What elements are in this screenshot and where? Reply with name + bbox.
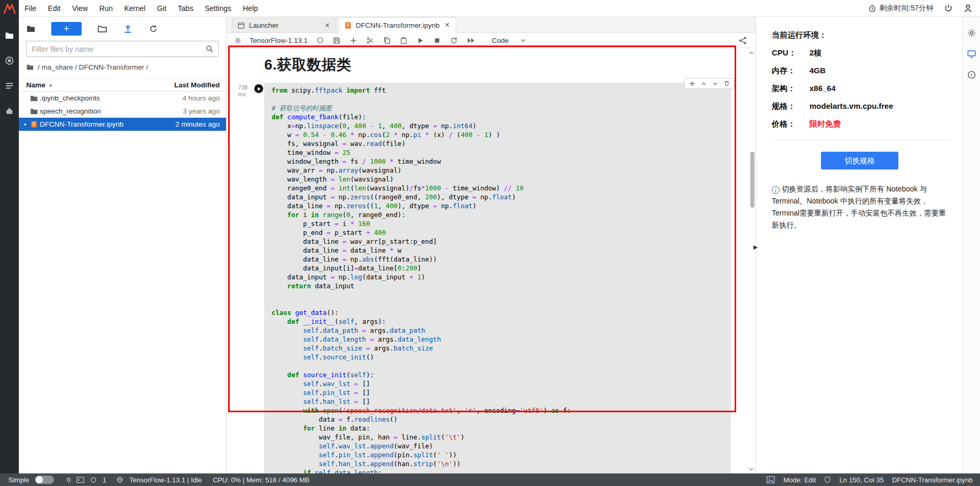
code-line: data_line = np.abs(fft(data_line)) bbox=[272, 255, 726, 264]
spec-value: 2核 bbox=[809, 48, 821, 58]
file-list: .ipynb_checkpoints4 hours agospeech_reco… bbox=[19, 92, 226, 131]
stop-kernel-icon[interactable] bbox=[433, 37, 441, 44]
file-browser-icon[interactable] bbox=[5, 31, 14, 40]
menu-file[interactable]: File bbox=[19, 0, 42, 17]
kernel-status-text[interactable]: TensorFlow-1.13.1 | Idle bbox=[129, 476, 202, 484]
code-line: for line in data: bbox=[272, 424, 726, 433]
menu-settings[interactable]: Settings bbox=[199, 0, 237, 17]
insert-cell-icon[interactable] bbox=[689, 81, 695, 87]
code-line: # 获取信号的时频图 bbox=[272, 104, 726, 112]
power-icon[interactable] bbox=[944, 4, 953, 13]
code-line: data_input = np.zeros((range0_end, 200),… bbox=[272, 193, 726, 201]
panel-collapse-handle[interactable]: ▶ bbox=[752, 240, 759, 254]
extensions-icon[interactable] bbox=[5, 106, 14, 116]
cell-type-value: Code bbox=[492, 37, 509, 44]
remaining-time-label: 剩余时间:57分钟 bbox=[880, 4, 933, 13]
spec-row: 规格：modelarts.vm.cpu.free bbox=[772, 101, 948, 111]
statusbar-right: Mode: Edit Ln 150, Col 35 DFCNN-Transfor… bbox=[767, 476, 980, 484]
copy-cells-icon[interactable] bbox=[383, 37, 391, 44]
code-line: if self.data_length: bbox=[272, 468, 726, 473]
file-modified: 2 minutes ago bbox=[175, 120, 220, 128]
help-circle-icon[interactable] bbox=[967, 70, 976, 80]
new-folder-icon[interactable] bbox=[97, 24, 107, 34]
file-browser-panel: + / ma_share / DFCNN-Transformer / Name … bbox=[19, 17, 227, 473]
image-icon[interactable] bbox=[767, 476, 775, 483]
new-launcher-button[interactable]: + bbox=[51, 22, 82, 36]
notebook-content: 6.获取数据类 738 ms from scipy.fftpack import… bbox=[227, 49, 756, 473]
code-line: with open('speech_recognition/data.txt',… bbox=[272, 406, 726, 415]
file-browser-toolbar: + bbox=[19, 17, 226, 40]
code-line: self.source_init() bbox=[272, 353, 726, 361]
run-cell-button[interactable] bbox=[254, 84, 263, 93]
save-icon[interactable] bbox=[333, 37, 341, 44]
sort-asc-icon[interactable]: ▲ bbox=[49, 83, 53, 87]
notebook-file-icon bbox=[28, 120, 40, 128]
menu-kernel[interactable]: Kernel bbox=[118, 0, 151, 17]
filter-files-input[interactable] bbox=[26, 41, 219, 57]
simple-mode-toggle[interactable] bbox=[35, 476, 54, 484]
menu-help[interactable]: Help bbox=[237, 0, 264, 17]
cell-type-dropdown[interactable]: Code bbox=[492, 37, 526, 44]
share-icon[interactable] bbox=[738, 36, 747, 45]
switch-spec-button[interactable]: 切换规格 bbox=[821, 152, 898, 169]
paste-cells-icon[interactable] bbox=[400, 37, 408, 44]
kernel-name[interactable]: TensorFlow-1.13.1 bbox=[250, 37, 308, 44]
scroll-up-icon[interactable] bbox=[748, 50, 754, 55]
tab-launcher[interactable]: Launcher× bbox=[232, 18, 336, 32]
menu-git[interactable]: Git bbox=[151, 0, 172, 17]
run-cell-icon[interactable] bbox=[416, 37, 424, 44]
menu-edit[interactable]: Edit bbox=[42, 0, 66, 17]
user-icon[interactable] bbox=[963, 4, 973, 13]
menu-tabs[interactable]: Tabs bbox=[172, 0, 199, 17]
move-cell-down-icon[interactable] bbox=[712, 81, 718, 87]
spec-row: CPU：2核 bbox=[772, 48, 948, 58]
code-line bbox=[272, 361, 726, 370]
settings-gear-icon[interactable] bbox=[967, 28, 976, 38]
code-line: def source_init(self): bbox=[272, 370, 726, 379]
code-line: self.pin_lst = [] bbox=[272, 388, 726, 397]
cell-toolbar bbox=[684, 78, 735, 89]
scrollbar-thumb[interactable] bbox=[750, 152, 754, 208]
close-icon[interactable]: × bbox=[444, 21, 450, 29]
restart-run-all-icon[interactable] bbox=[467, 37, 476, 44]
file-modified: 3 years ago bbox=[183, 107, 220, 115]
restart-kernel-icon[interactable] bbox=[450, 37, 458, 44]
file-row-.ipynb_checkpoints[interactable]: .ipynb_checkpoints4 hours ago bbox=[19, 92, 226, 105]
menu-view[interactable]: View bbox=[66, 0, 94, 17]
refresh-icon[interactable] bbox=[149, 24, 158, 33]
table-of-contents-icon[interactable] bbox=[5, 81, 14, 91]
spec-label: 架构： bbox=[772, 84, 809, 94]
file-row-speech_recognition[interactable]: speech_recognition3 years ago bbox=[19, 105, 226, 118]
close-icon[interactable]: × bbox=[324, 22, 331, 29]
column-last-modified[interactable]: Last Modified bbox=[174, 81, 220, 89]
move-cell-up-icon[interactable] bbox=[701, 81, 707, 87]
modelarts-logo bbox=[3, 3, 16, 15]
column-name[interactable]: Name bbox=[26, 81, 46, 89]
delete-cell-icon[interactable] bbox=[724, 80, 730, 87]
globe-icon bbox=[116, 476, 123, 483]
cut-cells-icon[interactable] bbox=[366, 37, 374, 44]
menu-run[interactable]: Run bbox=[94, 0, 119, 17]
gear-icon[interactable] bbox=[234, 37, 242, 44]
scroll-down-icon[interactable] bbox=[748, 467, 754, 472]
cursor-position[interactable]: Ln 150, Col 35 bbox=[839, 476, 884, 484]
breadcrumb[interactable]: / ma_share / DFCNN-Transformer / bbox=[26, 63, 219, 71]
add-cell-icon[interactable] bbox=[350, 37, 357, 44]
code-editor[interactable]: from scipy.fftpack import fft # 获取信号的时频图… bbox=[264, 83, 731, 473]
folder-icon bbox=[28, 107, 40, 116]
breadcrumb-path: / ma_share / DFCNN-Transformer / bbox=[38, 63, 148, 71]
monitor-icon[interactable] bbox=[967, 49, 976, 59]
spec-label: 规格： bbox=[772, 101, 809, 111]
file-row-DFCNN-Transformer.ipynb[interactable]: ●DFCNN-Transformer.ipynb2 minutes ago bbox=[19, 118, 226, 131]
code-line: self.pin_lst.append(pin.split(' ')) bbox=[272, 450, 726, 459]
running-sessions-icon[interactable] bbox=[5, 56, 14, 65]
file-list-header: Name ▲ Last Modified bbox=[19, 78, 226, 92]
cell-gutter: 738 ms bbox=[235, 83, 264, 473]
tab-dfcnn-transformer-ipynb[interactable]: DFCNN-Transformer.ipynb× bbox=[339, 17, 456, 33]
markdown-heading[interactable]: 6.获取数据类 bbox=[264, 55, 756, 75]
mode-indicator[interactable]: Mode: Edit bbox=[783, 476, 816, 484]
spec-row: 价格：限时免费 bbox=[772, 119, 948, 129]
upload-icon[interactable] bbox=[123, 24, 133, 34]
notebook-toolbar: TensorFlow-1.13.1 C bbox=[227, 33, 756, 48]
file-name: speech_recognition bbox=[40, 107, 183, 115]
